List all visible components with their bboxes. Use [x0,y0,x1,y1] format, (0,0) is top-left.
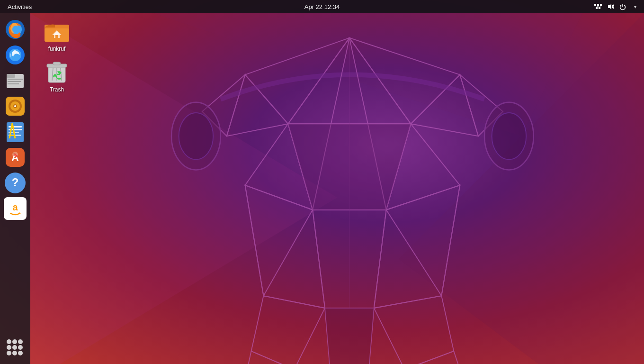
svg-marker-22 [374,296,454,364]
dock: A 🔖 ? a [0,13,30,364]
svg-line-37 [595,6,597,7]
svg-line-40 [599,6,601,7]
svg-rect-35 [596,7,598,9]
top-panel: Activities Apr 22 12:34 [0,0,644,13]
power-icon[interactable] [618,2,627,11]
dock-item-writer[interactable] [4,120,27,143]
network-icon[interactable] [594,2,602,11]
svg-rect-48 [8,79,23,80]
svg-point-55 [14,105,16,107]
svg-rect-50 [8,83,19,84]
svg-marker-41 [608,4,611,9]
desktop-icons: funkruf [38,19,76,93]
desktop-icon-funkruf[interactable]: funkruf [38,19,76,52]
svg-rect-49 [8,81,21,82]
svg-rect-36 [599,7,600,9]
dock-item-firefox[interactable] [4,18,27,41]
funkruf-folder-icon [45,19,69,44]
power-dropdown-icon[interactable]: ▾ [631,2,639,11]
trash-label: Trash [50,86,64,93]
dock-item-rhythmbox[interactable] [4,95,27,118]
wallpaper-illustration [30,13,644,364]
clock[interactable]: Apr 22 12:34 [304,3,340,10]
desktop-icon-trash[interactable]: Trash [38,60,76,93]
system-tray: ▾ [594,2,639,11]
svg-rect-32 [594,4,596,6]
svg-marker-21 [251,296,325,364]
svg-line-38 [597,6,598,7]
desktop: Activities Apr 22 12:34 [0,0,644,364]
dock-item-thunderbird[interactable] [4,44,27,66]
activities-button[interactable]: Activities [5,0,35,13]
svg-marker-25 [405,351,473,364]
trash-icon [45,60,69,84]
svg-rect-77 [53,62,61,65]
svg-rect-47 [7,74,15,78]
svg-rect-57 [9,126,22,127]
svg-rect-74 [55,35,58,38]
svg-text:?: ? [12,176,19,189]
dock-item-appstore[interactable]: A 🔖 [4,146,27,169]
dock-item-amazon[interactable]: a [4,197,27,220]
funkruf-label: funkruf [48,46,66,52]
svg-point-13 [179,113,214,159]
dock-item-files[interactable] [4,69,27,92]
svg-rect-34 [600,4,602,6]
svg-point-16 [492,113,527,159]
svg-text:a: a [12,202,18,212]
svg-line-39 [598,6,599,7]
svg-marker-31 [325,308,374,364]
svg-marker-24 [239,351,295,364]
dock-item-help[interactable]: ? [4,172,27,194]
svg-text:🔖: 🔖 [13,152,18,158]
svg-marker-0 [30,13,337,364]
show-applications-button[interactable] [7,339,24,356]
volume-icon[interactable] [606,2,615,11]
svg-rect-33 [597,4,599,6]
